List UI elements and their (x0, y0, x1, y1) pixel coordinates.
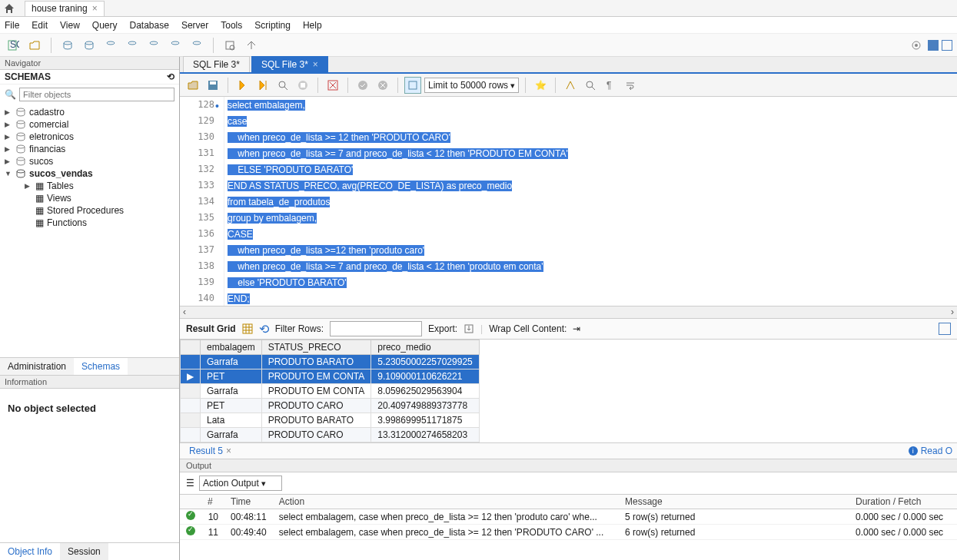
tree-functions[interactable]: ▦Functions (3, 217, 176, 229)
output-row[interactable]: 1000:48:11select embalagem, case when pr… (180, 509, 957, 525)
open-file-icon[interactable] (184, 77, 201, 94)
database-icon (15, 119, 26, 130)
home-icon[interactable] (3, 2, 15, 15)
wrap-icon[interactable] (622, 77, 639, 94)
database-icon (15, 168, 26, 179)
svg-point-8 (193, 41, 201, 45)
tb-icon-4[interactable] (124, 37, 141, 54)
wrap-cell-label: Wrap Cell Content: (489, 323, 567, 334)
tb-icon-3[interactable] (102, 37, 119, 54)
limit-rows-select[interactable]: Limit to 50000 rows ▾ (424, 78, 519, 93)
svg-point-17 (17, 157, 25, 161)
sql-editor[interactable]: 128129130131132133134135136137138139140 … (180, 97, 957, 306)
schema-eletronicos[interactable]: ▶eletronicos (3, 131, 176, 143)
result-tab[interactable]: Result 5× (184, 444, 236, 458)
database-icon (15, 107, 26, 118)
autocommit-icon[interactable] (404, 77, 421, 94)
save-icon[interactable] (204, 77, 221, 94)
tb-icon-1[interactable] (59, 37, 76, 54)
export-icon[interactable] (464, 323, 474, 334)
table-row[interactable]: PETPRODUTO CARO20.409749889373778 (181, 399, 480, 413)
menu-tools[interactable]: Tools (221, 20, 242, 31)
wrap-cell-icon[interactable]: ⇥ (573, 323, 580, 334)
table-row[interactable]: ▶PETPRODUTO EM CONTA9.109000110626221 (181, 369, 480, 384)
menu-server[interactable]: Server (181, 20, 208, 31)
new-sql-tab-icon[interactable]: SQL (5, 37, 22, 54)
tb-icon-8[interactable] (221, 37, 238, 54)
toggle-icon-1[interactable] (324, 77, 341, 94)
schema-cadastro[interactable]: ▶cadastro (3, 106, 176, 118)
close-icon[interactable]: × (226, 446, 231, 456)
output-header: Output (180, 459, 957, 472)
layout-right-icon[interactable] (942, 40, 952, 51)
schema-comercial[interactable]: ▶comercial (3, 118, 176, 131)
result-grid[interactable]: embalagem STATUS_PRECO preco_medio Garra… (180, 340, 480, 442)
tab-object-info[interactable]: Object Info (0, 543, 60, 560)
tb-icon-6[interactable] (167, 37, 184, 54)
tree-tables[interactable]: ▶▦Tables (3, 180, 176, 192)
menu-query[interactable]: Query (92, 20, 118, 31)
sql-file-tab-2[interactable]: SQL File 3*× (251, 56, 328, 72)
tb-icon-5[interactable] (145, 37, 162, 54)
stop-icon[interactable] (294, 77, 311, 94)
toggle-invisible-icon[interactable]: ¶ (602, 77, 619, 94)
grid-view-icon[interactable] (242, 323, 253, 334)
filter-rows-input[interactable] (330, 321, 422, 336)
refresh-icon[interactable]: ⟲ (167, 71, 174, 82)
star-icon[interactable]: ⭐ (532, 77, 549, 94)
beautify-icon[interactable] (562, 77, 579, 94)
sql-file-tab-1[interactable]: SQL File 3* (183, 56, 250, 72)
refresh-result-icon[interactable]: ⟲ (259, 322, 269, 336)
tb-icon-2[interactable] (81, 37, 98, 54)
filter-objects-input[interactable] (19, 88, 174, 101)
connection-tab[interactable]: house traning × (25, 1, 105, 16)
tab-session[interactable]: Session (60, 543, 108, 560)
tree-stored-procedures[interactable]: ▦Stored Procedures (3, 204, 176, 217)
result-panel-icon[interactable] (939, 323, 951, 335)
table-row[interactable]: GarrafaPRODUTO EM CONTA8.059625029563904 (181, 384, 480, 399)
result-grid-label: Result Grid (186, 323, 236, 334)
schema-sucos-vendas[interactable]: ▼sucos_vendas (3, 167, 176, 180)
tab-administration[interactable]: Administration (0, 358, 74, 375)
menu-view[interactable]: View (60, 20, 80, 31)
svg-point-14 (17, 121, 25, 124)
svg-point-30 (586, 81, 593, 88)
commit-icon[interactable] (354, 77, 371, 94)
tab-schemas[interactable]: Schemas (74, 358, 128, 375)
tree-views[interactable]: ▦Views (3, 192, 176, 204)
schema-sucos[interactable]: ▶sucos (3, 155, 176, 167)
execute-current-icon[interactable] (254, 77, 271, 94)
layout-left-icon[interactable] (928, 40, 939, 51)
execute-icon[interactable] (234, 77, 251, 94)
output-row[interactable]: 1100:49:40select embalagem, case when pr… (180, 525, 957, 540)
info-icon: i (909, 446, 918, 456)
svg-point-2 (64, 41, 71, 45)
close-icon[interactable]: × (92, 3, 98, 14)
database-icon (15, 144, 26, 154)
horizontal-scrollbar[interactable] (180, 306, 957, 318)
svg-text:¶: ¶ (606, 80, 611, 91)
svg-point-6 (150, 41, 158, 45)
table-row[interactable]: LataPRODUTO BARATO3.998699951171875 (181, 413, 480, 428)
settings-gear-icon[interactable] (908, 37, 925, 54)
menu-database[interactable]: Database (130, 20, 169, 31)
find-icon[interactable] (582, 77, 599, 94)
table-row[interactable]: GarrafaPRODUTO CARO13.312000274658203 (181, 428, 480, 442)
connection-tab-label: house traning (32, 3, 88, 14)
rollback-icon[interactable] (374, 77, 391, 94)
output-list-icon[interactable]: ☰ (186, 478, 194, 489)
tb-icon-7[interactable] (188, 37, 205, 54)
output-type-select[interactable]: Action Output ▾ (199, 476, 282, 491)
explain-icon[interactable] (274, 77, 291, 94)
line-gutter: 128129130131132133134135136137138139140 (180, 97, 224, 306)
menu-edit[interactable]: Edit (32, 20, 48, 31)
tb-icon-9[interactable] (243, 37, 260, 54)
close-icon[interactable]: × (313, 59, 318, 70)
menu-scripting[interactable]: Scripting (254, 20, 291, 31)
open-sql-icon[interactable] (26, 37, 43, 54)
navigator-header: Navigator (0, 57, 179, 70)
menu-file[interactable]: File (5, 20, 19, 31)
menu-help[interactable]: Help (303, 20, 322, 31)
table-row[interactable]: GarrafaPRODUTO BARATO5.23050002257029925 (181, 355, 480, 369)
schema-financias[interactable]: ▶financias (3, 143, 176, 155)
